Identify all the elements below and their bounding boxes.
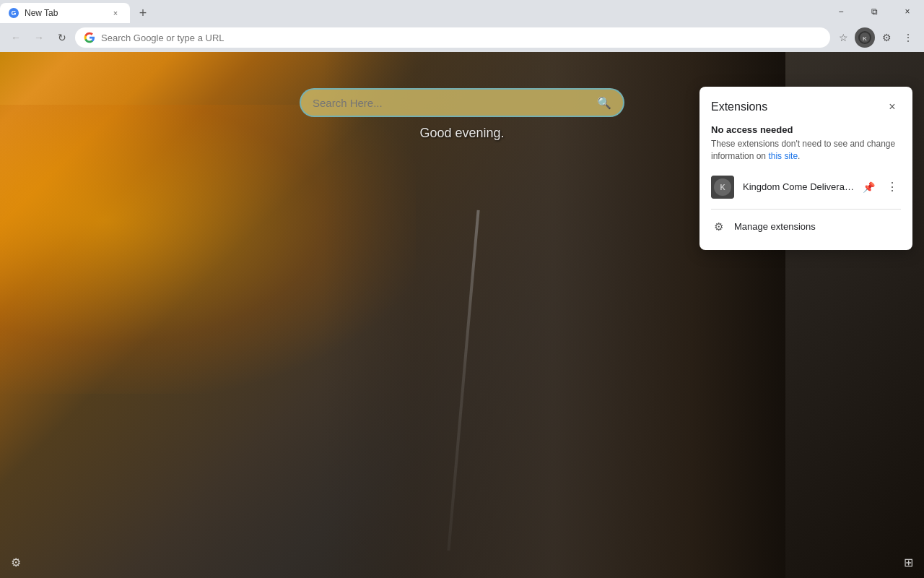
google-logo [84,32,95,43]
address-bar: ← → ↻ ☆ K ⚙ ⋮ [0,23,924,52]
extension-name: Kingdom Come Deliverance W... [743,181,854,192]
address-actions: ☆ K ⚙ ⋮ [833,27,918,48]
chrome-window: G New Tab × + − ⧉ × ← → ↻ [0,0,924,578]
chrome-menu-button[interactable]: ⋮ [898,27,918,48]
new-tab-button[interactable]: + [133,3,153,23]
chrome-settings-button[interactable]: ⚙ [876,27,897,48]
manage-extensions-item[interactable]: ⚙ Manage extensions [711,215,901,238]
window-controls: − ⧉ × [824,0,924,23]
search-input[interactable] [313,97,591,109]
tab-close-button[interactable]: × [110,7,121,19]
greeting-text: Good evening. [419,126,504,141]
tab-label: New Tab [25,8,104,18]
tab-strip: G New Tab × + [0,0,153,23]
close-button[interactable]: × [891,0,924,23]
address-input[interactable] [101,33,821,43]
panel-header: Extensions × [711,98,901,116]
address-input-wrap[interactable] [75,27,830,48]
manage-extensions-icon: ⚙ [711,220,725,234]
svg-text:K: K [863,35,867,42]
maximize-button[interactable]: ⧉ [858,0,891,23]
no-access-desc: These extensions don't need to see and c… [711,138,901,163]
settings-icon[interactable]: ⚙ [6,552,26,572]
search-icon: 🔍 [597,96,611,110]
tab-favicon: G [9,8,19,18]
desc-text-start: These extensions don't need to see and c… [711,139,895,161]
active-tab[interactable]: G New Tab × [0,3,130,23]
manage-extensions-label: Manage extensions [734,221,816,232]
extension-pin-icon[interactable]: 📌 [863,181,875,193]
search-box[interactable]: 🔍 [300,88,624,117]
kingdom-come-icon: K [858,30,872,45]
bookmark-button[interactable]: ☆ [833,27,853,48]
page-content: 🔍 Good evening. ⚙ ⊞ Extensions × No acce… [0,52,924,578]
minimize-button[interactable]: − [824,0,858,23]
search-container: 🔍 Good evening. [300,88,624,141]
desc-text-end: . [798,151,800,161]
ext-icon-image: K [711,176,734,199]
no-access-title: No access needed [711,124,901,135]
extension-icon-button[interactable]: K [855,27,875,48]
apps-icon[interactable]: ⊞ [898,552,918,572]
this-site-link[interactable]: this site [768,151,798,161]
extension-icon: K [711,176,734,199]
title-bar: G New Tab × + − ⧉ × [0,0,924,23]
tab-strip-bg [153,0,824,23]
refresh-button[interactable]: ↻ [52,27,72,48]
panel-close-button[interactable]: × [884,98,901,116]
extensions-panel: Extensions × No access needed These exte… [699,87,912,250]
svg-text:K: K [720,184,725,191]
extension-menu-button[interactable]: ⋮ [884,178,901,196]
back-button[interactable]: ← [6,27,26,48]
bottom-bar: ⚙ ⊞ [6,552,918,572]
extension-item: K Kingdom Come Deliverance W... 📌 ⋮ [711,171,901,203]
panel-title: Extensions [711,100,767,113]
divider [711,209,901,210]
forward-button[interactable]: → [29,27,49,48]
